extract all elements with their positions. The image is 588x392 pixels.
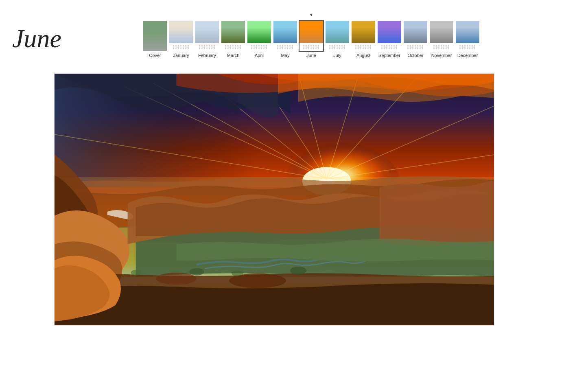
thumbnail-label-january: January [173,53,189,58]
thumbnail-strip: CoverJanuaryFebruaryMarchAprilMayJuneJul… [142,20,576,58]
thumbnail-item-june[interactable]: June [299,20,324,58]
month-title: June [12,24,142,54]
thumbnail-label-july: July [333,53,341,58]
thumbnail-label-june: June [306,53,316,58]
thumbnail-label-november: November [431,53,452,58]
svg-point-20 [131,270,141,276]
thumbnail-item-april[interactable]: April [247,20,272,58]
thumbnail-label-september: September [378,53,400,58]
thumbnail-item-february[interactable]: February [195,20,220,58]
thumbnail-label-february: February [198,53,216,58]
thumbnail-item-january[interactable]: January [168,20,194,58]
thumbnail-item-august[interactable]: August [351,20,376,58]
thumbnail-item-november[interactable]: November [429,20,454,58]
thumbnail-label-may: May [281,53,290,58]
svg-point-21 [189,268,204,276]
thumbnail-label-march: March [227,53,240,58]
svg-point-23 [290,267,306,275]
thumbnail-label-april: April [255,53,264,58]
thumbnail-label-december: December [457,53,478,58]
header: June CoverJanuaryFebruaryMarchAprilMayJu… [0,0,588,73]
thumbnail-item-september[interactable]: September [377,20,402,58]
main-image [54,73,494,326]
thumbnail-item-may[interactable]: May [273,20,298,58]
svg-point-17 [156,273,197,285]
thumbnail-label-cover: Cover [149,53,161,58]
thumbnail-label-august: August [356,53,370,58]
thumbnail-item-december[interactable]: December [455,20,480,58]
thumbnail-label-october: October [407,53,423,58]
thumbnail-item-july[interactable]: July [325,20,350,58]
svg-point-22 [232,271,243,276]
thumbnail-item-march[interactable]: March [221,20,246,58]
thumbnail-item-cover[interactable]: Cover [142,20,168,58]
thumbnail-item-october[interactable]: October [403,20,428,58]
